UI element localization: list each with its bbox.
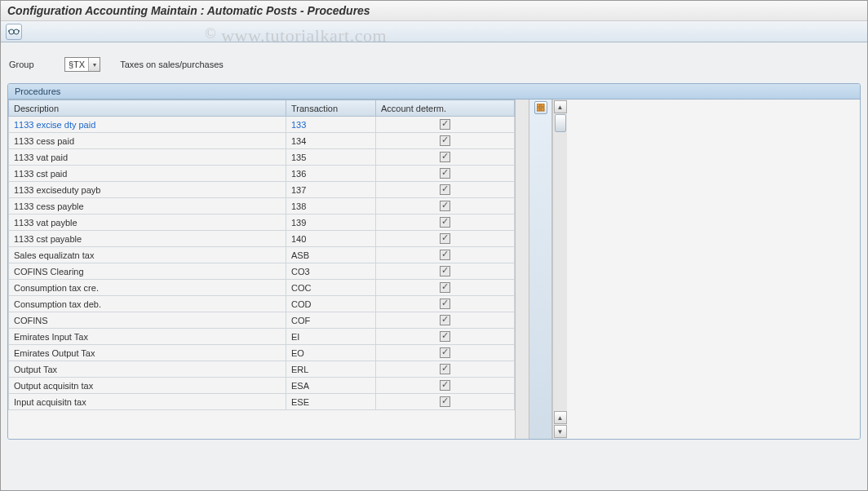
col-header-account-determ[interactable]: Account determ. <box>376 100 515 117</box>
table-row[interactable]: COFINS ClearingCO3 <box>9 263 515 280</box>
group-code-field[interactable]: §TX ▾ <box>64 57 100 72</box>
cell-account-determ[interactable] <box>376 312 515 329</box>
checkbox-icon[interactable] <box>440 135 450 146</box>
scroll-thumb[interactable] <box>555 114 566 132</box>
checkbox-icon[interactable] <box>440 282 450 293</box>
cell-description[interactable]: 1133 excise dty paid <box>9 117 286 133</box>
cell-transaction[interactable]: 139 <box>286 215 376 231</box>
cell-transaction[interactable]: 138 <box>286 198 376 215</box>
table-row[interactable]: Emirates Input TaxEI <box>9 329 515 345</box>
checkbox-icon[interactable] <box>440 347 450 358</box>
cell-transaction[interactable]: ASB <box>286 247 376 263</box>
table-row[interactable]: 1133 excise dty paid133 <box>9 117 515 133</box>
table-row[interactable]: Emirates Output TaxEO <box>9 345 515 361</box>
scroll-up2-icon[interactable]: ▲ <box>554 411 567 424</box>
cell-transaction[interactable]: COF <box>286 312 376 329</box>
cell-account-determ[interactable] <box>376 182 515 198</box>
col-header-description[interactable]: Description <box>9 100 286 117</box>
cell-transaction[interactable]: ESE <box>286 394 376 410</box>
cell-account-determ[interactable] <box>376 149 515 166</box>
cell-account-determ[interactable] <box>376 280 515 296</box>
cell-description[interactable]: Input acquisitn tax <box>9 394 286 410</box>
cell-transaction[interactable]: 134 <box>286 133 376 149</box>
cell-description[interactable]: 1133 cess paid <box>9 133 286 149</box>
cell-account-determ[interactable] <box>376 361 515 378</box>
table-settings-icon[interactable] <box>534 101 547 114</box>
table-row[interactable]: 1133 exciseduty payb137 <box>9 182 515 198</box>
cell-account-determ[interactable] <box>376 133 515 149</box>
cell-transaction[interactable]: 136 <box>286 166 376 182</box>
glasses-icon[interactable] <box>6 24 22 40</box>
cell-account-determ[interactable] <box>376 394 515 410</box>
cell-account-determ[interactable] <box>376 198 515 215</box>
checkbox-icon[interactable] <box>440 315 450 325</box>
table-row[interactable]: 1133 cst paid136 <box>9 166 515 182</box>
cell-transaction[interactable]: CO3 <box>286 263 376 280</box>
table-row[interactable]: 1133 cst payable140 <box>9 231 515 247</box>
cell-description[interactable]: 1133 cst payable <box>9 231 286 247</box>
vertical-scrollbar[interactable]: ▲ ▲ ▼ <box>552 100 567 439</box>
cell-description[interactable]: Output acquisitn tax <box>9 378 286 394</box>
cell-account-determ[interactable] <box>376 231 515 247</box>
table-row[interactable]: Output acquisitn taxESA <box>9 378 515 394</box>
table-row[interactable]: 1133 vat paid135 <box>9 149 515 166</box>
cell-account-determ[interactable] <box>376 296 515 312</box>
scroll-track[interactable] <box>553 133 567 410</box>
cell-transaction[interactable]: ESA <box>286 378 376 394</box>
checkbox-icon[interactable] <box>440 217 450 228</box>
cell-transaction[interactable]: 140 <box>286 231 376 247</box>
checkbox-icon[interactable] <box>440 380 450 391</box>
cell-transaction[interactable]: 133 <box>286 117 376 133</box>
checkbox-icon[interactable] <box>440 266 450 276</box>
checkbox-icon[interactable] <box>440 201 450 211</box>
cell-description[interactable]: 1133 exciseduty payb <box>9 182 286 198</box>
cell-description[interactable]: COFINS Clearing <box>9 263 286 280</box>
cell-transaction[interactable]: 137 <box>286 182 376 198</box>
cell-description[interactable]: 1133 vat payble <box>9 215 286 231</box>
table-row[interactable]: COFINSCOF <box>9 312 515 329</box>
cell-account-determ[interactable] <box>376 378 515 394</box>
checkbox-icon[interactable] <box>440 250 450 260</box>
checkbox-icon[interactable] <box>440 233 450 244</box>
table-row[interactable]: 1133 vat payble139 <box>9 215 515 231</box>
col-header-transaction[interactable]: Transaction <box>286 100 376 117</box>
cell-account-determ[interactable] <box>376 263 515 280</box>
cell-transaction[interactable]: EO <box>286 345 376 361</box>
cell-transaction[interactable]: EI <box>286 329 376 345</box>
checkbox-icon[interactable] <box>440 299 450 309</box>
checkbox-icon[interactable] <box>440 152 450 162</box>
cell-account-determ[interactable] <box>376 117 515 133</box>
cell-description[interactable]: 1133 cst paid <box>9 166 286 182</box>
cell-account-determ[interactable] <box>376 215 515 231</box>
table-row[interactable]: 1133 cess payble138 <box>9 198 515 215</box>
cell-account-determ[interactable] <box>376 166 515 182</box>
checkbox-icon[interactable] <box>440 396 450 407</box>
cell-transaction[interactable]: COC <box>286 280 376 296</box>
table-row[interactable]: Consumption tax deb.COD <box>9 296 515 312</box>
cell-description[interactable]: Emirates Input Tax <box>9 329 286 345</box>
cell-account-determ[interactable] <box>376 329 515 345</box>
cell-account-determ[interactable] <box>376 247 515 263</box>
checkbox-icon[interactable] <box>440 184 450 195</box>
scroll-up-icon[interactable]: ▲ <box>554 100 567 113</box>
table-row[interactable]: Sales equalizatn taxASB <box>9 247 515 263</box>
cell-transaction[interactable]: COD <box>286 296 376 312</box>
cell-description[interactable]: Sales equalizatn tax <box>9 247 286 263</box>
table-row[interactable]: 1133 cess paid134 <box>9 133 515 149</box>
cell-description[interactable]: 1133 cess payble <box>9 198 286 215</box>
table-row[interactable]: Consumption tax cre.COC <box>9 280 515 296</box>
checkbox-icon[interactable] <box>440 119 450 130</box>
cell-transaction[interactable]: ERL <box>286 361 376 378</box>
cell-description[interactable]: Output Tax <box>9 361 286 378</box>
checkbox-icon[interactable] <box>440 168 450 179</box>
cell-transaction[interactable]: 135 <box>286 149 376 166</box>
cell-description[interactable]: Consumption tax deb. <box>9 296 286 312</box>
cell-account-determ[interactable] <box>376 345 515 361</box>
cell-description[interactable]: Emirates Output Tax <box>9 345 286 361</box>
cell-description[interactable]: Consumption tax cre. <box>9 280 286 296</box>
cell-description[interactable]: 1133 vat paid <box>9 149 286 166</box>
checkbox-icon[interactable] <box>440 331 450 342</box>
table-row[interactable]: Input acquisitn taxESE <box>9 394 515 410</box>
checkbox-icon[interactable] <box>440 364 450 374</box>
cell-description[interactable]: COFINS <box>9 312 286 329</box>
